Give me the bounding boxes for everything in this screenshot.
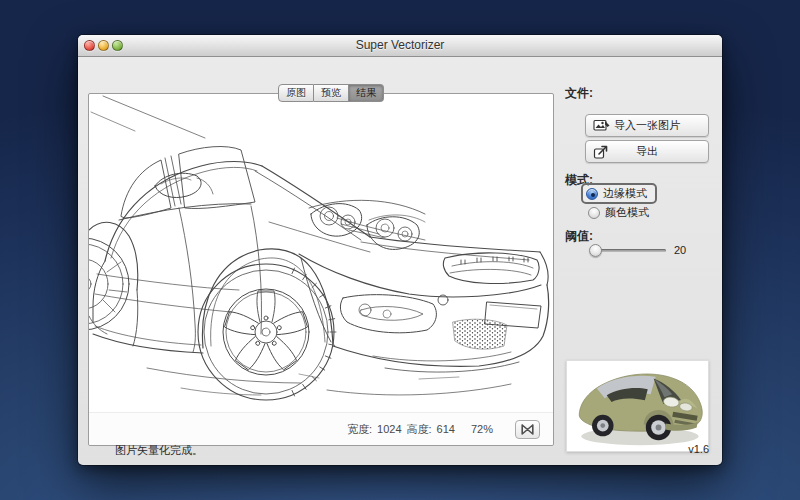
vectorized-car-lineart	[89, 94, 553, 412]
export-arrow-icon	[593, 144, 611, 160]
export-button[interactable]: 导出	[585, 140, 709, 163]
status-bar: 图片矢量化完成。 v1.6	[78, 437, 722, 465]
threshold-section-label: 阈值:	[565, 228, 593, 245]
desktop-background: Super Vectorizer	[0, 0, 800, 500]
window-content: 宽度: 1024 高度: 614 72% 原图 预览	[78, 57, 722, 465]
width-label: 宽度:	[347, 422, 372, 437]
window-titlebar[interactable]: Super Vectorizer	[78, 35, 722, 57]
image-dimensions: 宽度: 1024 高度: 614 72%	[342, 422, 493, 437]
radio-color-mode[interactable]: 颜色模式	[588, 205, 649, 220]
image-import-icon	[593, 118, 611, 134]
zoom-button[interactable]	[112, 40, 123, 51]
color-mode-label: 颜色模式	[605, 205, 649, 220]
threshold-value: 20	[674, 244, 686, 256]
edge-mode-label: 边缘模式	[603, 186, 647, 201]
result-canvas: 宽度: 1024 高度: 614 72%	[88, 93, 554, 446]
app-window: Super Vectorizer	[78, 35, 722, 465]
zoom-percent: 72%	[471, 423, 493, 435]
fit-to-window-button[interactable]	[515, 420, 540, 439]
width-value: 1024	[377, 423, 401, 435]
threshold-slider[interactable]	[590, 243, 666, 258]
tab-preview[interactable]: 预览	[314, 84, 349, 102]
import-image-button[interactable]: 导入一张图片	[585, 114, 709, 137]
radio-edge-mode[interactable]: 边缘模式	[581, 183, 657, 204]
app-version: v1.6	[688, 443, 709, 455]
tab-result[interactable]: 结果	[349, 84, 384, 102]
fit-to-window-icon	[521, 424, 534, 435]
tab-original[interactable]: 原图	[278, 84, 314, 102]
status-message: 图片矢量化完成。	[115, 443, 203, 458]
close-button[interactable]	[84, 40, 95, 51]
view-tabbar: 原图 预览 结果	[278, 84, 384, 102]
radio-dot-icon	[588, 207, 600, 219]
radio-dot-selected-icon	[586, 188, 598, 200]
slider-thumb[interactable]	[589, 244, 602, 257]
window-title: Super Vectorizer	[78, 35, 722, 56]
file-section-label: 文件:	[565, 85, 593, 102]
height-label: 高度:	[407, 422, 432, 437]
minimize-button[interactable]	[98, 40, 109, 51]
height-value: 614	[437, 423, 455, 435]
